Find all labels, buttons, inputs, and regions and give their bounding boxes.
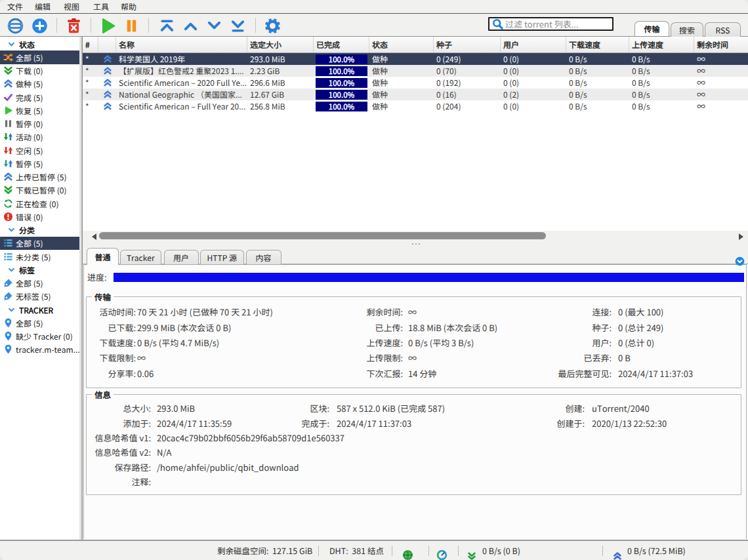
cell-progress: 100.0% bbox=[314, 65, 369, 77]
sidebar-item[interactable]: 下载 (0) bbox=[0, 64, 79, 77]
sidebar-item[interactable]: 完成 (5) bbox=[0, 90, 79, 104]
sidebar-item[interactable]: 暂停 (5) bbox=[0, 157, 79, 170]
sidebar-item-label: 活动 (0) bbox=[16, 131, 43, 142]
sidebar-item[interactable]: 全部 (5) bbox=[0, 50, 79, 64]
menu-item[interactable]: 帮助 bbox=[121, 0, 136, 13]
sidebar-item[interactable]: 缺少 Tracker (0) bbox=[0, 330, 79, 343]
sidebar-item[interactable]: 活动 (0) bbox=[0, 130, 79, 144]
sidebar-item[interactable]: 错误 (0) bbox=[0, 210, 79, 223]
toolbar-add-link-button[interactable] bbox=[5, 16, 25, 35]
torrent-row[interactable]: *Scientific American – Full Year 20...25… bbox=[83, 100, 748, 112]
alt-speed-limits-button[interactable] bbox=[436, 546, 447, 560]
torrent-row[interactable]: *【扩展版】红色警戒2 重聚2023 1....2.23 GiB100.0%做种… bbox=[83, 65, 748, 77]
cell-peers: 0 (2) bbox=[501, 89, 566, 100]
sidebar-item[interactable]: tracker.m-team.... bbox=[0, 343, 79, 356]
toolbar-move-top-button[interactable] bbox=[157, 16, 177, 35]
sidebar-item[interactable]: 全部 (5) bbox=[0, 237, 79, 250]
torrent-row[interactable]: *科学美国人 2019年293.0 MiB100.0%做种0 (249)0 (0… bbox=[83, 53, 748, 65]
details-tab-label: HTTP 源 bbox=[207, 252, 237, 263]
global-upload-speed[interactable]: 0 B/s (72.5 MiB) bbox=[627, 541, 686, 560]
cell-peers: 0 (0) bbox=[501, 77, 566, 89]
sidebar-item[interactable]: 全部 (5) bbox=[0, 316, 79, 329]
details-tab-trackers[interactable]: Tracker bbox=[120, 250, 162, 265]
column-header-icon[interactable] bbox=[98, 37, 116, 52]
cell-progress-bar: 100.0% bbox=[316, 54, 367, 64]
filter-sidebar: 状态 全部 (5) 下载 (0) 做种 (5) 完成 (5) 恢复 (5) 暂停… bbox=[0, 37, 79, 540]
sidebar-item[interactable]: 上传已暂停 (5) bbox=[0, 170, 79, 184]
toolbar-resume-button[interactable] bbox=[98, 16, 117, 35]
column-header-num[interactable]: # bbox=[83, 37, 98, 52]
details-tab-label: 普通 bbox=[94, 251, 110, 262]
toolbar-move-down-button[interactable] bbox=[204, 16, 224, 35]
menu-item[interactable]: 视图 bbox=[64, 0, 79, 13]
details-tab-http-sources[interactable]: HTTP 源 bbox=[200, 250, 244, 265]
toolbar-delete-button[interactable] bbox=[64, 16, 83, 35]
field-label: 剩余时间: bbox=[285, 306, 403, 318]
sidebar-item[interactable]: 未分类 (5) bbox=[0, 250, 79, 263]
column-header-dlspeed[interactable]: 下载速度 bbox=[566, 37, 629, 52]
sidebar-section-header[interactable]: 状态 bbox=[0, 37, 79, 50]
tab-transfers[interactable]: 传输 bbox=[634, 21, 669, 37]
horizontal-splitter[interactable] bbox=[83, 240, 748, 248]
column-header-label: 剩余时间 bbox=[697, 39, 728, 50]
tab-search[interactable]: 搜索 bbox=[671, 22, 703, 37]
column-header-state[interactable]: 状态 bbox=[369, 37, 434, 52]
sidebar-item-label: tracker.m-team.... bbox=[16, 344, 79, 355]
cell-progress-bar: 100.0% bbox=[316, 90, 367, 100]
sidebar-section-header[interactable]: TRACKER bbox=[0, 303, 79, 316]
toolbar-move-bottom-button[interactable] bbox=[228, 16, 247, 35]
delete-icon bbox=[65, 17, 83, 35]
cell-eta: ∞ bbox=[694, 100, 748, 112]
sidebar-item[interactable]: 无标签 (5) bbox=[0, 290, 79, 303]
column-header-peers[interactable]: 用户 bbox=[501, 37, 566, 52]
filter-input[interactable] bbox=[505, 19, 612, 29]
collapse-details-button[interactable] bbox=[735, 252, 745, 262]
column-header-name[interactable]: 名称 bbox=[116, 37, 247, 52]
tag-icon bbox=[3, 291, 13, 301]
cell-eta: ∞ bbox=[694, 89, 748, 100]
column-header-seeds[interactable]: 种子 bbox=[434, 37, 501, 52]
details-tab-general[interactable]: 普通 bbox=[87, 248, 119, 265]
cell-name: Scientific American – Full Year 20... bbox=[116, 100, 247, 112]
sidebar-item[interactable]: 下载已暂停 (0) bbox=[0, 184, 79, 197]
sidebar-item[interactable]: 空闲 (5) bbox=[0, 144, 79, 157]
global-download-speed[interactable]: 0 B/s (0 B) bbox=[482, 541, 520, 560]
field-label: 最后完整可见: bbox=[480, 367, 612, 379]
field-value: 0 B/s (平均 4.7 MiB/s) bbox=[137, 336, 219, 348]
toolbar-move-up-button[interactable] bbox=[180, 16, 200, 35]
sidebar-item-label: 全部 (5) bbox=[16, 237, 43, 249]
torrent-row[interactable]: *Scientific American – 2020 Full Ye...29… bbox=[83, 77, 748, 89]
splitter-handle bbox=[412, 243, 420, 245]
scrollbar-thumb[interactable] bbox=[99, 232, 546, 239]
column-header-upspeed[interactable]: 上传速度 bbox=[629, 37, 694, 52]
toolbar-options-button[interactable] bbox=[262, 16, 282, 35]
play-green-icon bbox=[3, 106, 13, 115]
menu-item[interactable]: 编辑 bbox=[35, 0, 51, 13]
menu-item[interactable]: 文件 bbox=[7, 0, 23, 13]
upload-speed-icon bbox=[613, 546, 622, 560]
connection-status-icon[interactable] bbox=[402, 546, 413, 560]
sidebar-item[interactable]: 做种 (5) bbox=[0, 77, 79, 90]
details-tab-content[interactable]: 内容 bbox=[246, 250, 281, 265]
sidebar-section-header[interactable]: 分类 bbox=[0, 224, 79, 237]
sidebar-item[interactable]: 全部 (5) bbox=[0, 277, 79, 290]
column-header-done[interactable]: 已完成 bbox=[314, 37, 369, 52]
torrent-row[interactable]: *National Geographic （美国国家...12.67 GiB10… bbox=[83, 89, 748, 100]
column-header-size[interactable]: 选定大小 bbox=[247, 37, 314, 52]
sidebar-item[interactable]: 恢复 (5) bbox=[0, 104, 79, 117]
dbl-up-blue-icon bbox=[3, 79, 13, 89]
field-value: 587 x 512.0 KiB (已完成 587) bbox=[337, 402, 445, 414]
column-header-eta[interactable]: 剩余时间 bbox=[694, 37, 748, 52]
sidebar-item[interactable]: 正在检查 (0) bbox=[0, 197, 79, 210]
scroll-left-arrow[interactable] bbox=[92, 233, 96, 240]
sidebar-item[interactable]: 暂停 (0) bbox=[0, 117, 79, 130]
scroll-right-arrow[interactable] bbox=[739, 233, 743, 240]
toolbar-pause-button[interactable] bbox=[121, 16, 141, 35]
details-tab-peers[interactable]: 用户 bbox=[164, 250, 199, 265]
horizontal-scrollbar[interactable] bbox=[83, 231, 748, 240]
tab-rss[interactable]: RSS bbox=[705, 22, 741, 37]
menu-item[interactable]: 工具 bbox=[93, 0, 109, 13]
toolbar-add-file-button[interactable] bbox=[30, 16, 49, 35]
sidebar-section-header[interactable]: 标签 bbox=[0, 263, 79, 276]
cell-seeds: 0 (192) bbox=[434, 77, 501, 89]
